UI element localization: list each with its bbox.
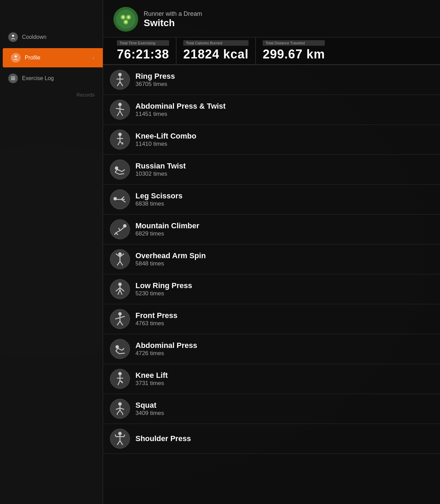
exercise-avatar [110,160,130,179]
main-content: Runner with a Dream Switch Total Time Ex… [103,0,440,504]
stats-bar: Total Time Exercising 76:21:38 Total Cal… [103,37,440,65]
svg-line-59 [120,316,125,318]
exercise-item[interactable]: Abdominal Press4726 times [103,334,440,364]
exercise-item[interactable]: Leg Scissors6838 times [103,185,440,215]
exercise-info: Knee-Lift Combo11410 times [135,132,196,147]
svg-line-65 [116,351,119,354]
exercise-name: Low Ring Press [135,281,192,290]
exercise-item[interactable]: Russian Twist10302 times [103,155,440,185]
exercise-item[interactable]: Low Ring Press5230 times [103,274,440,304]
profile-header: Runner with a Dream Switch [103,0,440,37]
exercise-item[interactable]: Knee-Lift Combo11410 times [103,125,440,155]
exercise-count: 11451 times [135,111,226,118]
exercise-item[interactable]: Ring Press36705 times [103,65,440,95]
exercise-log-icon [8,74,18,83]
svg-line-87 [124,435,125,437]
svg-point-10 [128,16,130,18]
svg-line-88 [117,441,120,445]
exercise-avatar [110,279,130,299]
sidebar-item-profile[interactable]: Profile ‹ [3,48,103,67]
svg-point-0 [12,35,14,37]
exercise-item[interactable]: Overhead Arm Spin5848 times [103,244,440,274]
exercise-count: 11410 times [135,141,196,147]
svg-line-25 [118,141,120,145]
svg-line-54 [118,290,120,295]
sidebar-item-cooldown[interactable]: Cooldown [0,28,103,47]
exercise-item[interactable]: Abdominal Press & Twist11451 times [103,95,440,125]
profile-icon [11,53,21,63]
svg-line-80 [120,410,123,414]
exercise-avatar [110,339,130,359]
svg-point-56 [118,312,122,316]
sidebar-item-cooldown-label: Cooldown [22,34,46,40]
exercise-name: Ring Press [135,72,175,81]
svg-line-71 [118,381,120,385]
stat-calories: Total Calories Burned 21824 kcal [176,37,256,64]
svg-line-15 [117,82,120,86]
svg-point-68 [118,372,122,375]
svg-line-48 [117,261,120,265]
svg-line-41 [119,228,120,231]
sidebar-item-exercise-log[interactable]: Exercise Log [0,69,103,88]
exercise-name: Knee Lift [135,371,168,380]
svg-line-33 [119,174,124,174]
exercise-name: Abdominal Press & Twist [135,102,226,111]
stat-time-value: 76:21:38 [117,47,169,62]
exercise-name: Overhead Arm Spin [135,251,206,260]
exercise-info: Russian Twist10302 times [135,162,186,177]
sidebar-item-exercise-log-label: Exercise Log [22,75,54,81]
exercise-info: Overhead Arm Spin5848 times [135,251,206,267]
svg-line-58 [115,318,120,319]
svg-rect-4 [11,79,15,80]
exercise-avatar [110,70,130,90]
profile-avatar [113,7,138,32]
exercise-name: Knee-Lift Combo [135,132,196,141]
svg-line-16 [120,82,123,86]
svg-point-11 [125,21,127,23]
exercise-count: 5230 times [135,290,192,297]
stat-time-label: Total Time Exercising [117,40,169,46]
exercise-avatar [110,130,130,150]
exercise-name: Mountain Climber [135,221,199,230]
sidebar-arrow-icon: ‹ [92,54,95,62]
svg-point-50 [118,283,122,286]
exercise-avatar [110,100,130,120]
svg-line-66 [119,353,125,354]
svg-line-60 [117,321,120,325]
exercise-count: 4726 times [135,350,197,357]
svg-line-63 [118,348,122,350]
exercise-item[interactable]: Squat3409 times [103,394,440,424]
profile-info: Runner with a Dream Switch [144,10,202,29]
svg-point-74 [118,402,122,406]
exercise-info: Knee Lift3731 times [135,371,168,387]
svg-line-40 [116,231,120,233]
stat-distance-value: 299.67 km [263,47,325,62]
exercise-item[interactable]: Front Press4763 times [103,304,440,334]
svg-point-82 [118,432,122,435]
svg-line-29 [117,169,122,172]
exercise-avatar [110,309,130,329]
profile-subtitle: Runner with a Dream [144,10,202,18]
svg-rect-2 [11,77,15,77]
exercise-info: Front Press4763 times [135,311,177,327]
exercise-name: Shoulder Press [135,434,191,443]
svg-rect-3 [11,78,15,79]
exercise-count: 6838 times [135,200,183,207]
svg-line-78 [117,410,120,414]
svg-line-73 [121,381,123,383]
svg-point-22 [118,133,122,136]
cooldown-icon [8,32,18,42]
svg-line-64 [116,348,118,351]
exercise-count: 4763 times [135,320,177,327]
svg-point-34 [113,197,117,200]
exercise-item[interactable]: Shoulder Press [103,424,440,454]
sidebar: Cooldown Profile ‹ Exercise Log Records [0,0,103,504]
exercise-item[interactable]: Mountain Climber6829 times [103,215,440,244]
exercise-avatar [110,189,130,209]
svg-line-55 [120,290,122,295]
exercise-name: Squat [135,401,164,410]
svg-line-77 [120,408,124,409]
exercise-count: 6829 times [135,230,199,237]
exercise-item[interactable]: Knee Lift3731 times [103,364,440,394]
stat-calories-value: 21824 kcal [183,47,249,62]
